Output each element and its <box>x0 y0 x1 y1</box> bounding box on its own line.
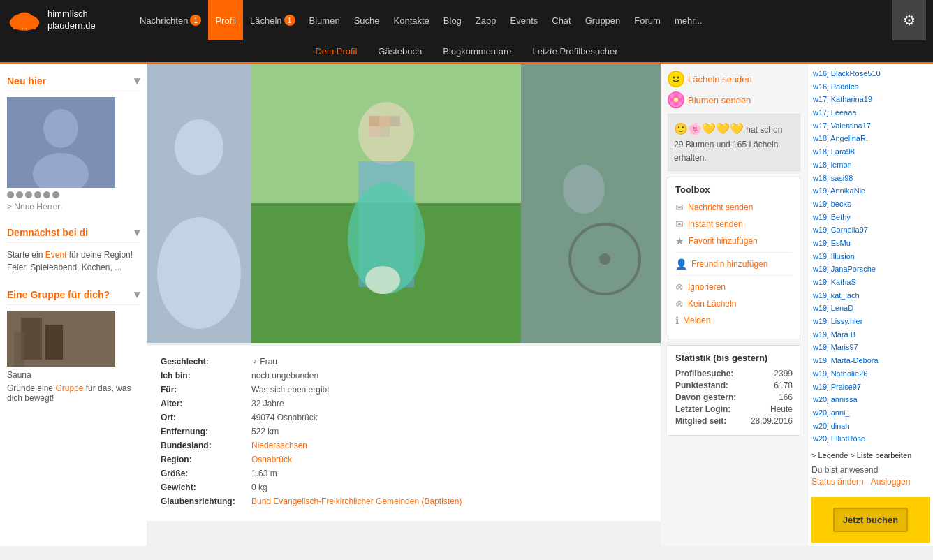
svg-rect-9 <box>7 97 115 188</box>
liste-bearbeiten-link[interactable]: > Liste bearbeiten <box>850 451 911 459</box>
freundin-hinzufuegen-item[interactable]: 👤 Freundin hinzufügen <box>675 258 793 270</box>
list-item[interactable]: w19j Cornelia97 <box>811 223 930 237</box>
nav-gruppen[interactable]: Gruppen <box>578 0 628 40</box>
list-item[interactable]: w19j becks <box>811 198 930 211</box>
nav-suche[interactable]: Suche <box>347 0 387 40</box>
list-item[interactable]: w17j Leeaaa <box>811 106 930 119</box>
nav-zapp[interactable]: Zapp <box>469 0 504 40</box>
profile-field-value[interactable]: Niedersachsen <box>251 441 307 450</box>
star-icon: ★ <box>675 235 684 246</box>
list-item[interactable]: w18j sasi98 <box>811 172 930 185</box>
profile-field-label: Größe: <box>161 469 251 478</box>
sidebar-group-desc: Gründe eine Gruppe für das, was dich bew… <box>7 383 140 403</box>
profile-photo-1 <box>147 64 251 343</box>
neue-herren-link[interactable]: > Neue Herren <box>7 202 140 212</box>
list-item[interactable]: w19j kat_lach <box>811 289 930 302</box>
profile-field-value: 1.63 m <box>251 469 277 478</box>
profile-field-value[interactable]: Osnabrück <box>251 455 292 464</box>
subnav-dein-profil[interactable]: Dein Profil <box>315 46 357 57</box>
sidebar-demnaechst-header[interactable]: Demnächst bei di ▾ <box>7 222 140 243</box>
nachrichten-badge: 1 <box>190 15 201 26</box>
nav-profil[interactable]: Profil <box>208 0 243 40</box>
list-item[interactable]: w16j BlackRose510 <box>811 67 930 80</box>
list-item[interactable]: w19j Illusion <box>811 250 930 263</box>
toolbox: Toolbox ✉ Nachricht senden ✉ Instant sen… <box>668 177 800 339</box>
list-item[interactable]: w18j AngelinaR. <box>811 132 930 145</box>
profile-field-value: ♀ Frau <box>251 357 277 367</box>
ausloggen-link[interactable]: Ausloggen <box>871 477 911 487</box>
list-item[interactable]: w19j EsMu <box>811 237 930 250</box>
nav-laecheln[interactable]: Lächeln 1 <box>243 0 302 40</box>
svg-point-32 <box>599 253 610 265</box>
profile-field-value[interactable]: Bund Evangelisch-Freikirchlicher Gemeind… <box>251 496 462 506</box>
svg-point-30 <box>563 165 605 214</box>
main-layout: Neu hier ▾ > Neue Herren <box>0 64 933 546</box>
nav-forum[interactable]: Forum <box>627 0 668 40</box>
subnav-blogkommentare[interactable]: Blogkommentare <box>443 46 511 57</box>
nav-chat[interactable]: Chat <box>545 0 578 40</box>
laecheln-senden-label: Lächeln senden <box>688 74 752 84</box>
svg-point-3 <box>17 13 33 24</box>
subnav-letzte-profilbesucher[interactable]: Letzte Profilbesucher <box>533 46 618 57</box>
toolbox-section-1: ✉ Nachricht senden ✉ Instant senden ★ Fa… <box>675 202 793 246</box>
sidebar-neu-hier-header[interactable]: Neu hier ▾ <box>7 71 140 91</box>
mail-icon-2: ✉ <box>675 219 684 230</box>
sidebar-gruppe-header[interactable]: Eine Gruppe für dich? ▾ <box>7 284 140 305</box>
list-item[interactable]: w20j annissa <box>811 393 930 406</box>
profile-field-row: Gewicht:0 kg <box>161 482 647 492</box>
list-item[interactable]: w16j Paddles <box>811 80 930 94</box>
favorit-hinzufuegen-item[interactable]: ★ Favorit hinzufügen <box>675 235 793 246</box>
list-item[interactable]: w19j JanaPorsche <box>811 263 930 276</box>
nav-blog[interactable]: Blog <box>436 0 469 40</box>
list-item[interactable]: w18j Lara98 <box>811 145 930 159</box>
status-aendern-link[interactable]: Status ändern <box>811 477 864 487</box>
list-item[interactable]: w19j Mara.B <box>811 328 930 341</box>
blumen-senden-row[interactable]: Blumen senden <box>668 91 800 108</box>
list-item[interactable]: w19j LenaD <box>811 302 930 315</box>
du-bist-anwesend-label: Du bist anwesend <box>811 465 930 475</box>
list-item[interactable]: w19j Marta-Debora <box>811 354 930 367</box>
list-item[interactable]: w19j Nathalie26 <box>811 367 930 381</box>
profilbesuche-row: Profilbesuche: 2399 <box>675 369 793 378</box>
nav-nachrichten[interactable]: Nachrichten 1 <box>133 0 208 40</box>
nav-mehr[interactable]: mehr... <box>668 0 710 40</box>
info-icon: ℹ <box>675 315 679 326</box>
list-item[interactable]: w17j Valentina17 <box>811 119 930 133</box>
instant-senden-item[interactable]: ✉ Instant senden <box>675 219 793 230</box>
laecheln-senden-row[interactable]: Lächeln senden <box>668 71 800 87</box>
list-item[interactable]: w20j dinah <box>811 420 930 433</box>
list-item[interactable]: w19j AnnikaNie <box>811 184 930 198</box>
ignorieren-item[interactable]: ⊗ Ignorieren <box>675 281 793 293</box>
list-item[interactable]: w19j Praise97 <box>811 381 930 394</box>
nav-events[interactable]: Events <box>504 0 545 40</box>
svg-rect-27 <box>369 126 379 137</box>
subnav-gaestebuch[interactable]: Gästebuch <box>378 46 422 57</box>
list-item[interactable]: w19j Maris97 <box>811 341 930 354</box>
jetzt-buchen-button[interactable]: Jetzt buchen <box>833 508 908 532</box>
profile-field-label: Region: <box>161 455 251 464</box>
svg-point-33 <box>668 71 684 87</box>
nav-kontakte[interactable]: Kontakte <box>387 0 436 40</box>
list-item[interactable]: w17j Katharina19 <box>811 93 930 106</box>
list-item[interactable]: w19j KathaS <box>811 276 930 289</box>
nachricht-senden-item[interactable]: ✉ Nachricht senden <box>675 202 793 213</box>
profile-field-row: Glaubensrichtung:Bund Evangelisch-Freiki… <box>161 496 647 506</box>
mail-icon: ✉ <box>675 202 684 213</box>
list-item[interactable]: w18j lemon <box>811 159 930 172</box>
toolbox-section-2: 👤 Freundin hinzufügen <box>675 258 793 270</box>
list-item[interactable]: w20j anni_ <box>811 406 930 420</box>
profile-field-label: Ich bin: <box>161 371 251 381</box>
chevron-down-icon-3: ▾ <box>134 288 140 301</box>
settings-button[interactable]: ⚙ <box>892 0 926 40</box>
melden-item[interactable]: ℹ Melden <box>675 315 793 326</box>
kein-laecheln-item[interactable]: ⊗ Kein Lächeln <box>675 298 793 309</box>
sidebar-group-image <box>7 311 115 367</box>
svg-point-34 <box>673 77 675 79</box>
list-item[interactable]: w20j ElliotRose <box>811 432 930 445</box>
list-item[interactable]: w19j Lissy.hier <box>811 315 930 328</box>
profile-field-row: Alter:32 Jahre <box>161 399 647 408</box>
profile-field-row: Ich bin:noch ungebunden <box>161 371 647 381</box>
list-item[interactable]: w19j Bethy <box>811 211 930 224</box>
legende-link[interactable]: > Legende <box>811 451 848 459</box>
nav-blumen[interactable]: Blumen <box>302 0 347 40</box>
